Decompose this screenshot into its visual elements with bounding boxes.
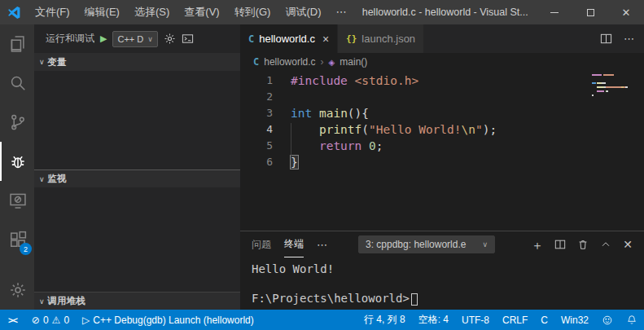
panel-tab-problems[interactable]: 问题 — [252, 231, 271, 257]
minimap-segment — [592, 74, 602, 76]
code-token: main — [319, 107, 348, 120]
close-tab-icon[interactable]: × — [322, 33, 329, 46]
line-number[interactable]: 1 — [240, 73, 273, 89]
watch-body[interactable] — [34, 187, 240, 292]
menu-item[interactable]: 调试(D) — [278, 0, 328, 24]
terminal-instance-select[interactable]: 3: cppdbg: helloworld.e ∨ — [358, 235, 495, 253]
terminal-output: Hello World!F:\Projects\helloworld> — [252, 262, 644, 306]
activity-item-search[interactable] — [0, 64, 34, 103]
activity-item-source-control[interactable] — [0, 103, 34, 142]
section-header-variables[interactable]: ∨ 变量 — [34, 53, 240, 71]
terminal-cursor — [411, 293, 418, 306]
menu-item[interactable]: 文件(F) — [28, 0, 77, 24]
menu-item[interactable]: 编辑(E) — [77, 0, 127, 24]
language-mode-status[interactable]: C — [534, 310, 554, 330]
minimap-line — [592, 90, 634, 92]
minimize-button[interactable] — [537, 0, 572, 24]
chevron-down-icon: ∨ — [147, 35, 153, 43]
minimap[interactable] — [592, 74, 634, 96]
code-line-text: int main(){ — [273, 105, 369, 121]
maximize-panel-chevron-icon[interactable] — [600, 239, 611, 250]
open-debug-console-button[interactable] — [182, 33, 194, 45]
tab-launch-json[interactable]: {} launch.json — [338, 24, 423, 53]
terminal[interactable]: Hello World!F:\Projects\helloworld> — [240, 257, 644, 310]
encoding-status[interactable]: UTF-8 — [455, 310, 496, 330]
line-number[interactable]: 6 — [240, 154, 273, 170]
launch-config-select[interactable]: C++ D ∨ — [112, 31, 157, 47]
split-editor-icon[interactable] — [600, 33, 612, 45]
line-number[interactable]: 3 — [240, 105, 273, 121]
cursor-position-status[interactable]: 行 4, 列 8 — [357, 310, 412, 330]
section-label-variables: 变量 — [48, 56, 67, 68]
breadcrumb-file[interactable]: helloworld.c — [264, 56, 315, 68]
close-panel-icon[interactable]: ✕ — [623, 238, 633, 251]
code-line[interactable]: 6} — [240, 154, 644, 170]
panel-tab-terminal[interactable]: 终端 — [284, 231, 304, 257]
code-line[interactable]: 5 return 0; — [240, 138, 644, 154]
code-lines: 1#include <stdio.h>23int main(){4 printf… — [240, 73, 644, 170]
code-token: \n — [462, 123, 475, 136]
minimap-segment — [602, 82, 606, 84]
menu-item[interactable]: 选择(S) — [127, 0, 177, 24]
section-header-call-stack[interactable]: ∨ 调用堆栈 — [34, 292, 240, 310]
warning-icon: ⚠ — [52, 315, 61, 326]
code-token — [312, 107, 319, 120]
activity-item-explorer[interactable] — [0, 24, 34, 64]
code-line-text: } — [273, 154, 298, 170]
chevron-down-icon: ∨ — [39, 297, 45, 306]
symbol-method-icon: ◈ — [329, 58, 335, 67]
tab-helloworld-c[interactable]: C helloworld.c × — [240, 24, 337, 53]
code-editor[interactable]: 1#include <stdio.h>23int main(){4 printf… — [240, 71, 644, 231]
panel-tab-label: 问题 — [252, 238, 271, 252]
eol-status[interactable]: CRLF — [496, 310, 534, 330]
maximize-button[interactable] — [572, 0, 608, 24]
debug-console-icon — [182, 33, 194, 45]
notifications-button[interactable] — [620, 310, 644, 330]
configure-launch-button[interactable] — [164, 33, 176, 45]
terminal-instance-label: 3: cppdbg: helloworld.e — [366, 239, 466, 250]
code-token: #include — [291, 74, 348, 87]
code-line[interactable]: 1#include <stdio.h> — [240, 73, 644, 89]
terminal-line: Hello World! — [252, 262, 644, 276]
close-button[interactable]: ✕ — [608, 0, 644, 24]
section-label-call-stack: 调用堆栈 — [48, 295, 85, 307]
manage-button[interactable] — [0, 271, 34, 310]
section-header-watch[interactable]: ∨ 监视 — [34, 169, 240, 187]
menu-item[interactable]: 转到(G) — [227, 0, 278, 24]
breadcrumb-symbol[interactable]: main() — [340, 56, 367, 68]
c-file-icon: C — [253, 56, 259, 68]
menu-item[interactable]: 查看(V) — [177, 0, 226, 24]
variables-body[interactable] — [34, 71, 240, 169]
line-number[interactable]: 4 — [240, 121, 273, 138]
line-number[interactable]: 2 — [240, 89, 273, 105]
remote-indicator[interactable]: >< — [0, 310, 25, 330]
activity-item-extensions[interactable]: 2 — [0, 220, 34, 259]
line-number[interactable]: 5 — [240, 138, 273, 154]
window-controls: ✕ — [537, 0, 644, 24]
panel-actions: ＋ ✕ — [531, 238, 633, 251]
indent-guide — [291, 123, 291, 156]
code-line[interactable]: 3int main(){ — [240, 105, 644, 121]
panel-more-icon[interactable]: ⋯ — [317, 239, 327, 251]
debug-launch-status[interactable]: ▷ C++ Debug(gdb) Launch (helloworld) — [76, 310, 261, 330]
activity-item-run-and-debug[interactable] — [0, 142, 34, 181]
indentation-status[interactable]: 空格: 4 — [412, 310, 455, 330]
activity-item-remote-explorer[interactable] — [0, 181, 34, 220]
code-line[interactable]: 2 — [240, 89, 644, 105]
feedback-button[interactable] — [595, 310, 620, 330]
code-line[interactable]: 4 printf("Hello World!\n"); — [240, 121, 644, 138]
more-actions-icon[interactable]: ⋯ — [624, 33, 634, 45]
play-icon: ▷ — [82, 315, 90, 326]
code-line-text: return 0; — [273, 138, 383, 154]
problems-status[interactable]: ⊘ 0 ⚠ 0 — [25, 310, 76, 330]
kill-terminal-trash-icon[interactable] — [577, 239, 589, 250]
code-token: int — [291, 107, 312, 120]
sidebar-run-and-debug: 运行和调试 ▶ C++ D ∨ ∨ 变量 ∨ — [34, 24, 240, 310]
cpp-config-status[interactable]: Win32 — [554, 310, 595, 330]
bottom-panel: 问题 终端 ⋯ 3: cppdbg: helloworld.e ∨ ＋ — [240, 231, 644, 310]
menu-more-button[interactable]: ⋯ — [328, 0, 353, 24]
start-debugging-button[interactable]: ▶ — [100, 33, 107, 44]
new-terminal-button[interactable]: ＋ — [531, 239, 543, 251]
c-file-icon: C — [248, 33, 254, 45]
split-terminal-icon[interactable] — [554, 239, 566, 250]
